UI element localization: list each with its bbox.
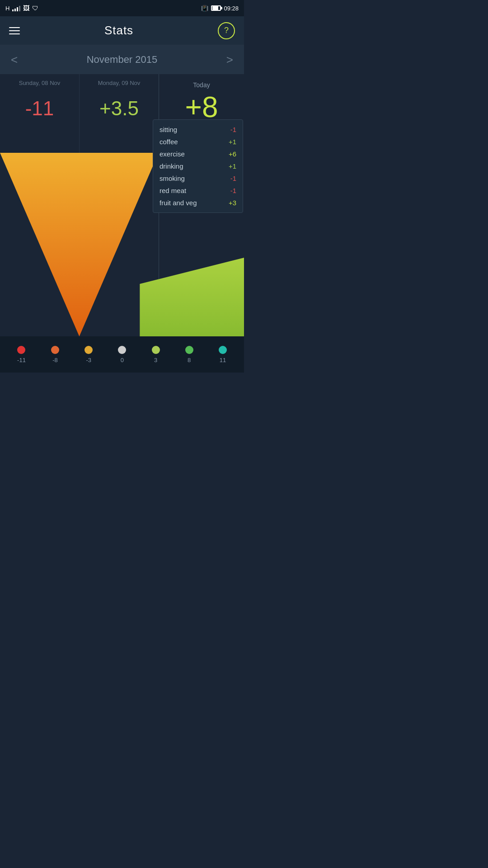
score-bar: -11-8-303811 bbox=[0, 336, 244, 373]
carrier-label: H bbox=[5, 5, 9, 12]
day-name-sunday: Sunday, 08 Nov bbox=[0, 74, 79, 88]
ham-line-1 bbox=[9, 27, 20, 28]
next-month-button[interactable]: > bbox=[226, 53, 233, 67]
tooltip-item-name: fruit and veg bbox=[160, 199, 197, 207]
score-dot-circle bbox=[185, 346, 193, 354]
tooltip-item-value: -1 bbox=[230, 187, 236, 194]
svg-marker-1 bbox=[85, 258, 244, 336]
score-dot-label: 11 bbox=[220, 357, 226, 363]
tooltip-row: fruit and veg+3 bbox=[153, 197, 243, 209]
tooltip-item-name: smoking bbox=[160, 175, 185, 182]
tooltip-row: red meat-1 bbox=[153, 184, 243, 197]
signal-bar-1 bbox=[12, 9, 14, 11]
score-dot-circle bbox=[51, 346, 59, 354]
ham-line-2 bbox=[9, 30, 20, 31]
tooltip-row: coffee+1 bbox=[153, 136, 243, 148]
tooltip-item-value: -1 bbox=[230, 175, 236, 182]
score-dot-label: 8 bbox=[188, 357, 191, 363]
page-title: Stats bbox=[104, 24, 133, 38]
tooltip-row: drinking+1 bbox=[153, 160, 243, 172]
score-dot-item[interactable]: -8 bbox=[51, 346, 59, 363]
tooltip-item-name: drinking bbox=[160, 162, 183, 170]
tooltip-item-value: +3 bbox=[229, 199, 236, 207]
tooltip-item-name: sitting bbox=[160, 126, 177, 133]
photo-icon: 🖼 bbox=[23, 5, 29, 12]
vibrate-icon: 📳 bbox=[201, 5, 208, 12]
signal-bar-4 bbox=[19, 6, 20, 11]
clock-time: 09:28 bbox=[224, 5, 239, 12]
month-nav: < November 2015 > bbox=[0, 45, 244, 74]
hamburger-menu[interactable] bbox=[9, 27, 20, 34]
score-dot-item[interactable]: -3 bbox=[84, 346, 93, 363]
signal-bar-2 bbox=[14, 9, 16, 11]
score-dot-item[interactable]: 11 bbox=[219, 346, 227, 363]
tooltip-item-value: +6 bbox=[229, 150, 236, 158]
top-nav: Stats ? bbox=[0, 16, 244, 45]
battery-fill bbox=[212, 6, 218, 10]
status-left: H 🖼 🛡 bbox=[5, 5, 38, 12]
positive-chart-shape bbox=[85, 231, 244, 336]
tooltip-popup: sitting-1coffee+1exercise+6drinking+1smo… bbox=[153, 119, 243, 213]
today-score: +8 bbox=[159, 90, 244, 124]
battery-icon bbox=[211, 5, 221, 11]
score-dot-label: 0 bbox=[121, 357, 124, 363]
score-dot-label: -3 bbox=[86, 357, 91, 363]
status-bar: H 🖼 🛡 📳 09:28 bbox=[0, 0, 244, 16]
score-dot-item[interactable]: -11 bbox=[17, 346, 26, 363]
score-dot-circle bbox=[219, 346, 227, 354]
chart-area: Sunday, 08 Nov -11 Monday, 09 Nov +3.5 T… bbox=[0, 74, 244, 336]
today-label: Today bbox=[159, 74, 244, 89]
score-dot-circle bbox=[17, 346, 25, 354]
score-dot-circle bbox=[152, 346, 160, 354]
tooltip-row: exercise+6 bbox=[153, 148, 243, 160]
day-name-monday: Monday, 09 Nov bbox=[80, 74, 159, 88]
score-dot-label: -8 bbox=[52, 357, 58, 363]
score-dot-label: -11 bbox=[17, 357, 26, 363]
tooltip-row: sitting-1 bbox=[153, 123, 243, 136]
tooltip-item-name: coffee bbox=[160, 138, 178, 146]
score-dot-label: 3 bbox=[154, 357, 157, 363]
tooltip-item-value: +1 bbox=[229, 162, 236, 170]
score-dot-item[interactable]: 0 bbox=[118, 346, 126, 363]
tooltip-item-value: -1 bbox=[230, 126, 236, 133]
help-icon: ? bbox=[224, 26, 229, 35]
score-dot-item[interactable]: 3 bbox=[152, 346, 160, 363]
tooltip-item-name: red meat bbox=[160, 187, 186, 194]
signal-bar-3 bbox=[17, 7, 18, 11]
signal-bars bbox=[12, 5, 20, 11]
score-dot-circle bbox=[84, 346, 93, 354]
status-right: 📳 09:28 bbox=[201, 5, 239, 12]
score-dot-circle bbox=[118, 346, 126, 354]
tooltip-item-name: exercise bbox=[160, 150, 185, 158]
ham-line-3 bbox=[9, 33, 20, 34]
tooltip-item-value: +1 bbox=[229, 138, 236, 146]
tooltip-row: smoking-1 bbox=[153, 172, 243, 184]
prev-month-button[interactable]: < bbox=[11, 53, 18, 67]
day-score-monday: +3.5 bbox=[80, 97, 159, 120]
score-dot-item[interactable]: 8 bbox=[185, 346, 193, 363]
day-score-sunday: -11 bbox=[0, 97, 79, 120]
shield-icon: 🛡 bbox=[32, 5, 38, 12]
help-button[interactable]: ? bbox=[218, 22, 235, 39]
month-label: November 2015 bbox=[87, 54, 158, 66]
